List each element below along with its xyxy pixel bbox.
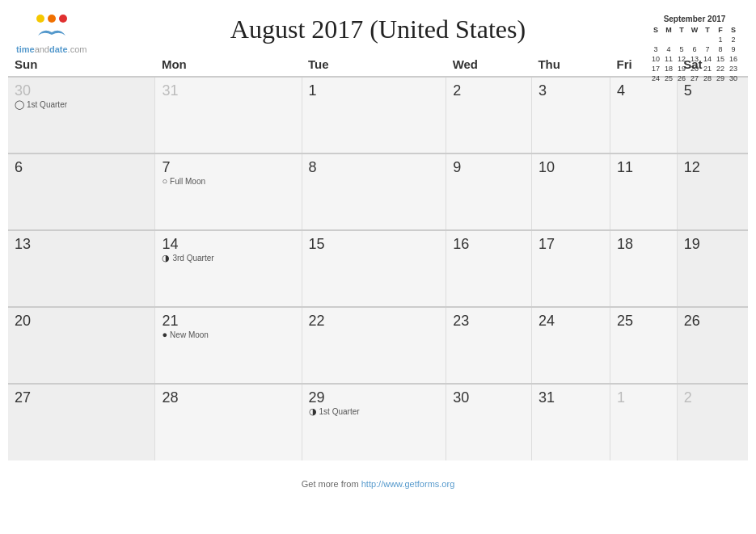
- day-number: 28: [162, 389, 178, 406]
- cal-cell[interactable]: 24: [531, 307, 610, 384]
- mini-cal-day: 1: [714, 35, 727, 44]
- cal-cell[interactable]: 13: [8, 230, 155, 307]
- mini-cal-day: 14: [701, 54, 714, 64]
- page-header: timeanddate.com August 2017 (United Stat…: [0, 0, 756, 53]
- cal-cell[interactable]: 28: [155, 384, 302, 460]
- moon-label: 1st Quarter: [319, 407, 360, 416]
- cal-cell[interactable]: 2: [677, 384, 748, 460]
- cal-cell[interactable]: 26: [677, 307, 748, 384]
- day-number: 21: [162, 313, 178, 329]
- cal-row: 272829◑1st Quarter303112: [8, 384, 748, 460]
- mini-cal-row: 24252627282930: [649, 74, 740, 83]
- cal-cell[interactable]: 6: [8, 153, 155, 230]
- day-number: 10: [538, 159, 555, 175]
- cal-cell[interactable]: 30: [446, 384, 532, 460]
- day-number: 27: [15, 389, 31, 406]
- footer-text: Get more from: [302, 479, 361, 489]
- mini-calendar: September 2017 SMTWTFS 12345678910111213…: [649, 15, 740, 83]
- footer: Get more from http://www.getforms.org: [0, 473, 756, 495]
- day-number: 23: [453, 313, 469, 329]
- cal-cell[interactable]: 7○Full Moon: [155, 153, 302, 230]
- day-number: 18: [617, 236, 633, 252]
- mini-cal-day: 19: [675, 64, 688, 74]
- cal-cell[interactable]: 31: [531, 384, 610, 460]
- mini-cal-day: 20: [688, 64, 701, 74]
- day-number: 29: [309, 389, 325, 406]
- mini-cal-header: S: [727, 25, 740, 35]
- cal-cell[interactable]: 11: [610, 153, 678, 230]
- cal-cell[interactable]: 30◯1st Quarter: [8, 77, 155, 153]
- cal-cell[interactable]: 16: [446, 230, 532, 307]
- cal-cell[interactable]: 19: [677, 230, 748, 307]
- moon-icon: ◑: [162, 253, 170, 263]
- mini-cal-day: 30: [727, 74, 740, 83]
- cal-cell[interactable]: 9: [446, 153, 532, 230]
- cal-cell[interactable]: 20: [8, 307, 155, 384]
- cal-cell[interactable]: 5: [677, 77, 748, 153]
- mini-cal-day: 26: [675, 74, 688, 83]
- mini-cal-day: 28: [701, 74, 714, 83]
- cal-cell[interactable]: 12: [677, 153, 748, 230]
- mini-cal-day: 23: [727, 64, 740, 74]
- mini-cal-day: 18: [662, 64, 675, 74]
- dot-orange: [48, 15, 56, 23]
- cal-cell[interactable]: 4: [610, 77, 678, 153]
- mini-cal-day: 15: [714, 54, 727, 64]
- day-number: 2: [453, 82, 461, 99]
- cal-cell[interactable]: 17: [531, 230, 610, 307]
- mini-cal-header: W: [688, 25, 701, 35]
- day-number: 14: [162, 236, 178, 252]
- day-number: 19: [684, 236, 700, 252]
- mini-cal-day: 11: [662, 54, 675, 64]
- mini-cal-row: 10111213141516: [649, 54, 740, 64]
- mini-cal-day: [688, 35, 701, 44]
- cal-cell[interactable]: 22: [302, 307, 446, 384]
- cal-cell[interactable]: 1: [610, 384, 678, 460]
- cal-cell[interactable]: 29◑1st Quarter: [302, 384, 446, 460]
- phase-row: ●New Moon: [162, 330, 294, 339]
- mini-cal-day: [662, 35, 675, 44]
- cal-cell[interactable]: 14◑3rd Quarter: [155, 230, 302, 307]
- cal-cell[interactable]: 27: [8, 384, 155, 460]
- phase-row: ◑1st Quarter: [309, 406, 440, 417]
- cal-cell[interactable]: 2: [446, 77, 532, 153]
- cal-cell[interactable]: 10: [531, 153, 610, 230]
- moon-label: 3rd Quarter: [172, 254, 213, 263]
- cal-cell[interactable]: 31: [155, 77, 302, 153]
- logo-bird-icon: [34, 24, 70, 43]
- day-number: 25: [617, 313, 633, 329]
- day-number: 31: [538, 389, 555, 406]
- cal-cell[interactable]: 8: [302, 153, 446, 230]
- moon-label: 1st Quarter: [27, 100, 67, 109]
- cal-cell[interactable]: 21●New Moon: [155, 307, 302, 384]
- day-number: 17: [538, 236, 555, 252]
- mini-cal-header: M: [662, 25, 675, 35]
- day-number: 2: [684, 389, 692, 406]
- cal-cell[interactable]: 3: [531, 77, 610, 153]
- main-calendar: SunMonTueWedThuFriSat 30◯1st Quarter3112…: [8, 53, 748, 460]
- cal-header: Thu: [531, 53, 610, 77]
- logo[interactable]: timeanddate.com: [16, 15, 87, 54]
- mini-cal-day: 13: [688, 54, 701, 64]
- cal-header: Wed: [446, 53, 532, 77]
- mini-cal-day: 24: [649, 74, 662, 83]
- footer-link[interactable]: http://www.getforms.org: [361, 479, 455, 489]
- day-number: 30: [453, 389, 469, 406]
- day-number: 31: [162, 82, 178, 99]
- mini-cal-row: 17181920212223: [649, 64, 740, 74]
- cal-cell[interactable]: 15: [302, 230, 446, 307]
- phase-row: ◯1st Quarter: [15, 99, 148, 110]
- cal-cell[interactable]: 25: [610, 307, 678, 384]
- cal-row: 2021●New Moon2223242526: [8, 307, 748, 384]
- cal-cell[interactable]: 1: [302, 77, 446, 153]
- cal-row: 30◯1st Quarter3112345: [8, 77, 748, 153]
- phase-row: ○Full Moon: [162, 176, 294, 186]
- mini-cal-day: 22: [714, 64, 727, 74]
- moon-icon: ◯: [15, 99, 24, 110]
- mini-cal-day: 7: [701, 44, 714, 54]
- cal-cell[interactable]: 23: [446, 307, 532, 384]
- moon-label: New Moon: [170, 330, 209, 339]
- dot-red: [59, 15, 67, 23]
- logo-text: timeanddate.com: [16, 44, 87, 54]
- cal-cell[interactable]: 18: [610, 230, 678, 307]
